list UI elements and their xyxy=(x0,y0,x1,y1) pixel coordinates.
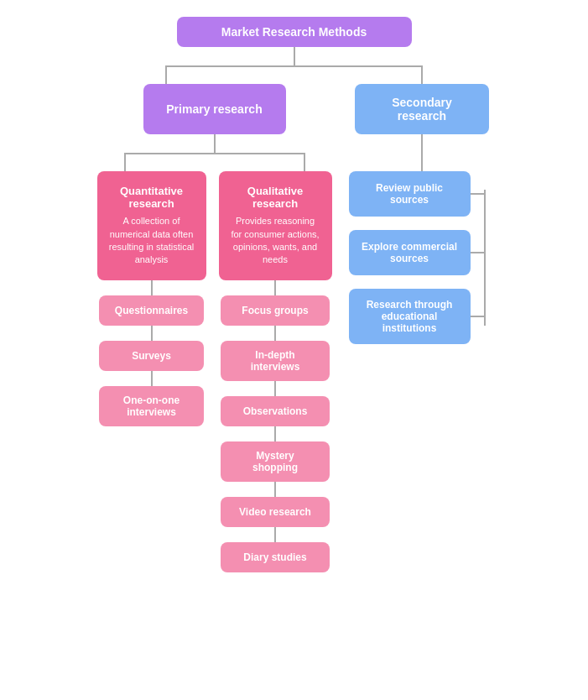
root-node: Market Research Methods xyxy=(177,17,412,47)
video-research-label: Video research xyxy=(239,506,311,518)
qual-subtitle: Provides reasoning for consumer actions,… xyxy=(231,215,320,267)
secondary-label: Secondary research xyxy=(367,96,477,123)
quantitative-node: Quantitative research A collection of nu… xyxy=(97,171,206,280)
one-on-one-node: One-on-one interviews xyxy=(99,386,204,426)
surveys-label: Surveys xyxy=(132,350,171,362)
quant-subtitle: A collection of numerical data often res… xyxy=(109,215,195,267)
research-educational-label: Research through educational institution… xyxy=(361,299,459,334)
in-depth-interviews-node: In-depth interviews xyxy=(221,341,330,381)
in-depth-interviews-label: In-depth interviews xyxy=(232,349,318,373)
questionnaires-label: Questionnaires xyxy=(115,305,188,316)
focus-groups-label: Focus groups xyxy=(242,305,308,316)
explore-commercial-label: Explore commercial sources xyxy=(361,241,459,264)
explore-commercial-node: Explore commercial sources xyxy=(349,230,471,275)
mystery-shopping-label: Mystery shopping xyxy=(232,450,318,473)
review-public-node: Review public sources xyxy=(349,171,471,217)
diary-studies-label: Diary studies xyxy=(243,551,306,563)
observations-label: Observations xyxy=(243,405,308,417)
primary-research-node: Primary research xyxy=(143,84,286,134)
mystery-shopping-node: Mystery shopping xyxy=(221,441,330,482)
qualitative-node: Qualitative research Provides reasoning … xyxy=(219,171,332,280)
quant-title: Quantitative research xyxy=(109,185,195,210)
focus-groups-node: Focus groups xyxy=(221,295,330,326)
research-educational-node: Research through educational institution… xyxy=(349,289,471,344)
questionnaires-node: Questionnaires xyxy=(99,295,204,326)
diagram: Market Research Methods Primary research xyxy=(0,0,588,589)
primary-label: Primary research xyxy=(166,102,262,116)
diary-studies-node: Diary studies xyxy=(221,542,330,572)
secondary-research-node: Secondary research xyxy=(355,84,489,134)
surveys-node: Surveys xyxy=(99,341,204,371)
root-label: Market Research Methods xyxy=(221,25,367,39)
observations-node: Observations xyxy=(221,396,330,426)
review-public-label: Review public sources xyxy=(361,182,459,206)
qual-title: Qualitative research xyxy=(231,185,320,210)
video-research-node: Video research xyxy=(221,497,330,527)
one-on-one-label: One-on-one interviews xyxy=(111,394,192,418)
